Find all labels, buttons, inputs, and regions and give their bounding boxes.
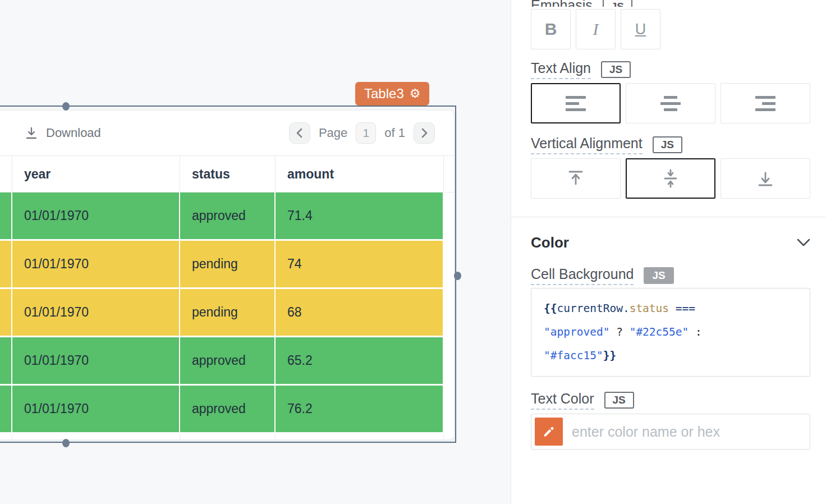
valign-top-button[interactable]: [531, 158, 621, 199]
valign-bottom-icon: [756, 169, 775, 188]
prev-page-button[interactable]: [289, 122, 310, 144]
table-cell[interactable]: 01/01/1970: [12, 386, 180, 434]
resize-handle-right[interactable]: [454, 272, 461, 280]
cell-background-js-toggle[interactable]: JS: [644, 267, 673, 284]
emphasis-section-clipped: Emphasis JS: [531, 0, 810, 7]
column-header-amount[interactable]: amount: [276, 156, 444, 192]
italic-glyph: I: [593, 20, 599, 39]
align-left-icon: [566, 96, 586, 111]
download-button[interactable]: Download: [24, 126, 101, 140]
table-cell-stub[interactable]: [0, 337, 12, 386]
table-row[interactable]: 01/01/1970pending68: [0, 289, 454, 337]
table-cell[interactable]: pending: [180, 289, 276, 337]
bold-glyph: B: [545, 20, 557, 39]
table-cell[interactable]: 01/01/1970: [12, 193, 180, 241]
align-center-icon: [660, 96, 681, 111]
italic-button[interactable]: I: [576, 9, 616, 49]
chevron-right-icon: [420, 127, 429, 139]
align-left-button[interactable]: [531, 83, 621, 123]
table-cell[interactable]: 65.2: [276, 337, 444, 386]
gear-icon[interactable]: ⚙: [410, 88, 421, 100]
vertical-alignment-js-toggle[interactable]: JS: [653, 136, 682, 153]
valign-top-icon: [566, 169, 585, 188]
widget-name-label: Table3: [364, 86, 404, 102]
underline-glyph: U: [635, 21, 646, 38]
table-cell-stub[interactable]: [0, 386, 12, 434]
download-label: Download: [46, 126, 101, 140]
align-center-button[interactable]: [626, 83, 715, 123]
eyedropper-icon: [542, 424, 556, 439]
vertical-alignment-buttons: [531, 158, 810, 199]
underline-button[interactable]: U: [621, 9, 660, 49]
table-cell-stub[interactable]: [0, 289, 12, 337]
text-color-js-toggle[interactable]: JS: [604, 392, 634, 409]
chevron-left-icon: [295, 127, 304, 139]
next-page-button[interactable]: [414, 122, 435, 144]
page-label: Page: [319, 126, 347, 140]
table-cell[interactable]: approved: [180, 337, 276, 386]
resize-handle-top[interactable]: [62, 102, 70, 111]
code-line: {{currentRow.status ===: [544, 297, 797, 320]
page-number-input[interactable]: 1: [356, 122, 376, 144]
column-header-year[interactable]: year: [12, 156, 180, 192]
text-align-label: Text Align: [531, 60, 591, 79]
table-cell-stub[interactable]: [0, 193, 12, 241]
text-color-input-wrap: [531, 414, 810, 450]
cell-background-label: Cell Background: [531, 266, 634, 285]
table-header-stub: [0, 156, 12, 192]
valign-center-icon: [661, 169, 680, 188]
emphasis-label: Emphasis: [531, 0, 593, 7]
table-header-row: year status amount: [0, 155, 454, 193]
valign-bottom-button[interactable]: [721, 158, 810, 199]
table-toolbar: Download Page 1 of 1: [0, 111, 454, 155]
pagination: Page 1 of 1: [289, 122, 435, 144]
download-icon: [24, 126, 39, 140]
table-widget[interactable]: Download Page 1 of 1: [0, 110, 455, 440]
align-right-icon: [755, 96, 775, 111]
table-cell[interactable]: 01/01/1970: [12, 337, 180, 386]
table-row[interactable]: 01/01/1970approved71.4: [0, 193, 454, 241]
cell-background-code-editor[interactable]: {{currentRow.status ==="approved" ? "#22…: [531, 288, 810, 377]
column-header-status[interactable]: status: [180, 156, 276, 192]
table-cell[interactable]: 68: [276, 289, 444, 337]
color-section-header[interactable]: Color: [531, 233, 810, 252]
align-right-button[interactable]: [721, 83, 810, 123]
widget-name-tab[interactable]: Table3 ⚙: [355, 82, 429, 106]
table-cell[interactable]: 71.4: [276, 193, 444, 241]
table-row[interactable]: 01/01/1970approved76.2: [0, 386, 454, 434]
section-divider: [511, 217, 825, 217]
text-color-input[interactable]: [572, 424, 806, 440]
text-align-js-toggle[interactable]: JS: [601, 61, 631, 78]
color-section-title: Color: [531, 234, 569, 251]
text-color-label: Text Color: [531, 391, 594, 410]
table-cell[interactable]: approved: [180, 386, 276, 434]
vertical-alignment-label: Vertical Alignment: [531, 135, 643, 154]
editor-canvas[interactable]: Table3 ⚙ Download: [0, 0, 511, 504]
table-cell[interactable]: pending: [180, 241, 276, 289]
table-row[interactable]: 01/01/1970pending74: [0, 241, 454, 289]
bold-button[interactable]: B: [531, 9, 571, 49]
chevron-down-icon[interactable]: [797, 239, 810, 247]
emphasis-js-toggle[interactable]: JS: [603, 0, 632, 7]
color-swatch-button[interactable]: [535, 418, 563, 446]
text-align-buttons: [531, 83, 810, 123]
valign-center-button[interactable]: [626, 158, 715, 199]
app-root: Table3 ⚙ Download: [0, 0, 826, 504]
table-cell[interactable]: 74: [276, 241, 444, 289]
table-cell-stub[interactable]: [0, 241, 12, 289]
code-line: "approved" ? "#22c55e" :: [544, 320, 797, 344]
table-row[interactable]: 01/01/1970approved65.2: [0, 337, 454, 386]
code-line: "#facc15"}}: [544, 344, 797, 368]
resize-handle-bottom[interactable]: [62, 439, 70, 447]
table-cell[interactable]: 01/01/1970: [12, 241, 180, 289]
table-cell[interactable]: approved: [180, 193, 276, 241]
inspector-panel: Emphasis JS B I U Text Align JS Verti: [511, 0, 825, 504]
table-body: 01/01/1970approved71.401/01/1970pending7…: [0, 193, 454, 434]
page-count-label: of 1: [384, 126, 405, 140]
table-cell[interactable]: 76.2: [276, 386, 444, 434]
table-partial-row: [0, 434, 454, 440]
table-cell[interactable]: 01/01/1970: [12, 289, 180, 337]
emphasis-buttons: B I U: [531, 9, 810, 49]
